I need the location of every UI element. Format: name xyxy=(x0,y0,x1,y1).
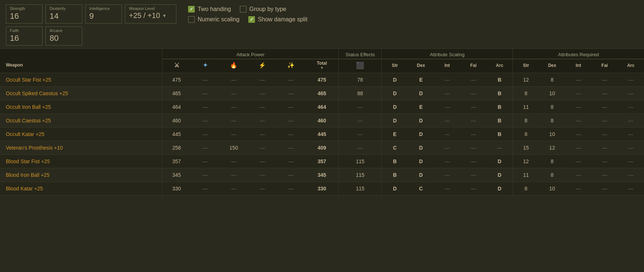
table-row[interactable]: Veteran's Prosthesis +10258—150——409—CD—… xyxy=(0,141,644,155)
weapon-name[interactable]: Occult Star Fist +25 xyxy=(6,77,51,83)
holy-icon: ✨ xyxy=(287,62,295,68)
req-fai: — xyxy=(591,168,618,182)
col-weapon[interactable]: Weapon xyxy=(0,59,162,73)
req-str: 8 xyxy=(513,87,539,100)
weapon-name[interactable]: Blood Star Fist +25 xyxy=(6,158,50,164)
mag-dmg: — xyxy=(191,155,219,168)
weapon-level-dropdown-icon[interactable]: ▼ xyxy=(162,13,167,18)
status-effect: — xyxy=(339,100,382,114)
two-handing-checkbox-box[interactable] xyxy=(188,6,195,12)
scale-dex: D xyxy=(408,114,434,128)
scale-dex: D xyxy=(408,155,434,168)
scale-int: — xyxy=(434,114,460,128)
scale-dex: D xyxy=(408,128,434,141)
req-str: 8 xyxy=(513,128,539,141)
scale-dex: E xyxy=(408,100,434,114)
strength-stat[interactable]: Strength 16 xyxy=(6,4,43,24)
two-handing-checkbox[interactable]: Two handing xyxy=(188,6,231,12)
fire-dmg: 150 xyxy=(219,141,248,155)
scale-int: — xyxy=(434,182,460,196)
req-int: — xyxy=(565,168,591,182)
req-arc: — xyxy=(618,114,644,128)
table-row[interactable]: Occult Star Fist +25475————47578DE——B128… xyxy=(0,73,644,87)
req-arc: — xyxy=(618,155,644,168)
scale-dex: D xyxy=(408,141,434,155)
req-dex: 10 xyxy=(539,87,565,100)
dexterity-stat[interactable]: Dexterity 14 xyxy=(46,4,82,24)
col-holy: ✨ xyxy=(277,59,305,73)
ligh-dmg: — xyxy=(248,73,277,87)
scale-arc: B xyxy=(486,128,512,141)
weapons-table-container: Attack Power Status Effects Attribute Sc… xyxy=(0,49,644,196)
table-row[interactable]: Occult Spiked Caestus +25465————46588DD—… xyxy=(0,87,644,100)
phys-dmg: 258 xyxy=(162,141,191,155)
weapon-col-header-group xyxy=(0,49,162,59)
weapon-name[interactable]: Occult Iron Ball +25 xyxy=(6,104,51,110)
col-total[interactable]: Total ▼ xyxy=(305,59,339,73)
scale-int: — xyxy=(434,73,460,87)
req-int: — xyxy=(565,73,591,87)
ligh-dmg: — xyxy=(248,114,277,128)
fire-dmg: — xyxy=(219,87,248,100)
req-int: — xyxy=(565,128,591,141)
show-damage-split-checkbox-box[interactable] xyxy=(248,16,255,23)
show-damage-split-checkbox[interactable]: Show damage split xyxy=(248,16,307,23)
numeric-scaling-checkbox-box[interactable] xyxy=(188,16,195,23)
table-row[interactable]: Occult Katar +25445————445—ED——B810——— xyxy=(0,128,644,141)
total-sort-icon[interactable]: ▼ xyxy=(308,66,335,70)
col-req-str: Str xyxy=(513,59,539,73)
scale-fai: — xyxy=(460,73,486,87)
group-by-type-checkbox-box[interactable] xyxy=(240,6,247,12)
table-row[interactable]: Blood Iron Ball +25345————345115BD——D118… xyxy=(0,168,644,182)
weapon-name[interactable]: Occult Spiked Caestus +25 xyxy=(6,90,68,96)
col-mag: ✦ xyxy=(191,59,219,73)
scale-fai: — xyxy=(460,182,486,196)
numeric-scaling-checkbox[interactable]: Numeric scaling xyxy=(188,16,240,23)
col-scale-fai: Fai xyxy=(460,59,486,73)
show-damage-split-label: Show damage split xyxy=(258,16,307,23)
req-dex: 8 xyxy=(539,155,565,168)
weapon-name[interactable]: Blood Katar +25 xyxy=(6,186,43,192)
weapon-name[interactable]: Occult Katar +25 xyxy=(6,131,44,137)
weapon-name[interactable]: Occult Caestus +25 xyxy=(6,118,51,124)
req-arc: — xyxy=(618,100,644,114)
scale-arc: B xyxy=(486,87,512,100)
faith-stat[interactable]: Faith 16 xyxy=(6,26,43,46)
req-fai: — xyxy=(591,114,618,128)
phys-dmg: 464 xyxy=(162,100,191,114)
weapon-name[interactable]: Veteran's Prosthesis +10 xyxy=(6,145,63,151)
weapons-table: Attack Power Status Effects Attribute Sc… xyxy=(0,49,644,196)
table-row[interactable]: Occult Iron Ball +25464————464—DE——B118—… xyxy=(0,100,644,114)
table-row[interactable]: Blood Star Fist +25357————357115BD——D128… xyxy=(0,155,644,168)
weapon-level-box[interactable]: Weapon Level +25 / +10 ▼ xyxy=(125,4,176,24)
holy-dmg: — xyxy=(277,141,305,155)
scale-dex: E xyxy=(408,73,434,87)
total-dmg: 345 xyxy=(305,168,339,182)
weapon-name[interactable]: Blood Iron Ball +25 xyxy=(6,172,50,178)
col-req-fai: Fai xyxy=(591,59,618,73)
scale-int: — xyxy=(434,100,460,114)
table-row[interactable]: Occult Caestus +25460————460—DD——B88——— xyxy=(0,114,644,128)
intelligence-stat[interactable]: Intelligence 9 xyxy=(85,4,122,24)
req-arc: — xyxy=(618,141,644,155)
scale-fai: — xyxy=(460,155,486,168)
scale-fai: — xyxy=(460,128,486,141)
scale-str: C xyxy=(382,141,408,155)
total-dmg: 475 xyxy=(305,73,339,87)
col-fire: 🔥 xyxy=(219,59,248,73)
top-bar: Strength 16 Dexterity 14 Intelligence 9 … xyxy=(0,0,644,49)
total-dmg: 464 xyxy=(305,100,339,114)
fire-dmg: — xyxy=(219,168,248,182)
scale-arc: D xyxy=(486,182,512,196)
mag-dmg: — xyxy=(191,73,219,87)
col-header-row: Weapon ⚔ ✦ 🔥 ⚡ ✨ Total xyxy=(0,59,644,73)
arcane-stat[interactable]: Arcane 80 xyxy=(46,26,82,46)
req-int: — xyxy=(565,87,591,100)
table-row[interactable]: Blood Katar +25330————330115DC——D810——— xyxy=(0,182,644,196)
table-body: Occult Star Fist +25475————47578DE——B128… xyxy=(0,73,644,196)
two-handing-label: Two handing xyxy=(198,6,231,12)
scale-int: — xyxy=(434,155,460,168)
group-by-type-checkbox[interactable]: Group by type xyxy=(240,6,287,12)
scale-fai: — xyxy=(460,114,486,128)
physical-icon: ⚔ xyxy=(174,62,179,68)
